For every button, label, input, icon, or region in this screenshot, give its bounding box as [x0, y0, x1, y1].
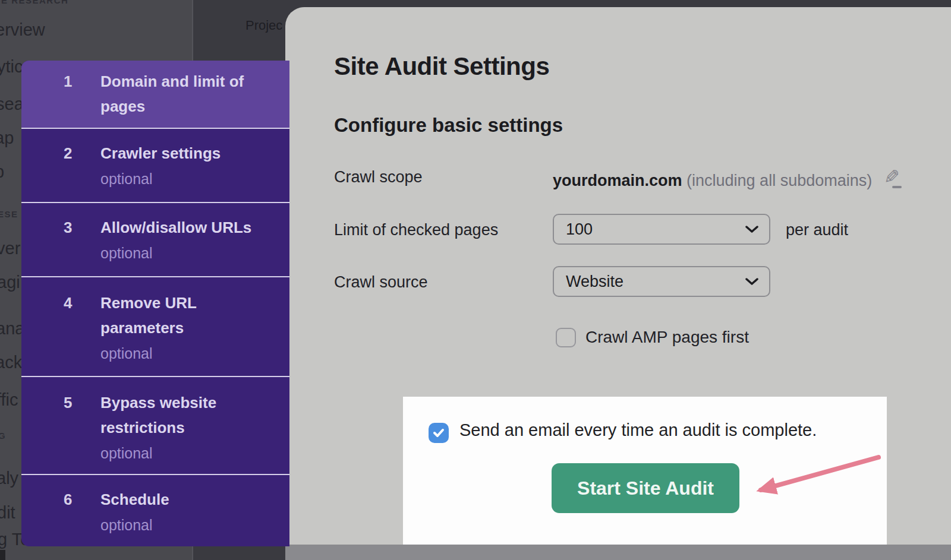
crawl-scope-label: Crawl scope	[334, 168, 423, 186]
step-title: Domain and limit of pages	[100, 72, 244, 115]
step-number: 3	[55, 215, 100, 276]
crawl-source-selected-value: Website	[566, 273, 623, 291]
section-heading: Configure basic settings	[334, 114, 563, 137]
check-icon	[432, 428, 445, 438]
limit-of-checked-pages-label: Limit of checked pages	[334, 221, 498, 239]
step-number: 4	[55, 290, 100, 376]
nav-fragment: G	[0, 431, 6, 441]
step-note: optional	[100, 169, 221, 188]
nav-fragment: p	[0, 162, 4, 182]
step-title: Remove URL parameters	[100, 294, 196, 337]
chevron-down-icon	[745, 278, 758, 286]
chevron-down-icon	[745, 226, 758, 233]
per-audit-label: per audit	[786, 221, 848, 239]
site-audit-settings-screen: E RESEARCH erview ytic sea ap p ESE ver …	[0, 0, 951, 560]
nav-fragment: E RESEARCH	[1, 0, 68, 5]
crawl-scope-domain: yourdomain.com	[553, 172, 682, 189]
nav-fragment: erview	[0, 20, 45, 40]
crawl-scope-note: (including all subdomains)	[687, 172, 872, 189]
nav-fragment: ack	[0, 353, 22, 372]
nav-fragment: ap	[0, 128, 14, 148]
step-number: 5	[55, 390, 100, 474]
projects-tab[interactable]: Projec	[245, 18, 282, 33]
step-title: Schedule	[100, 491, 169, 508]
nav-fragment: ffic	[0, 390, 18, 410]
step-bypass-website-restrictions[interactable]: 5 Bypass website restrictions optional	[21, 376, 289, 474]
bottom-page-strip	[285, 545, 951, 560]
modal-title: Site Audit Settings	[334, 52, 549, 81]
step-schedule[interactable]: 6 Schedule optional	[21, 474, 289, 546]
step-title: Allow/disallow URLs	[100, 219, 251, 236]
nav-fragment: aly	[0, 469, 18, 488]
bottom-left-fragment	[0, 550, 5, 560]
limit-of-checked-pages-select[interactable]: 100	[553, 214, 770, 245]
nav-fragment: ESE	[0, 209, 18, 219]
email-notification-label: Send an email every time an audit is com…	[459, 420, 817, 440]
step-note: optional	[100, 515, 169, 534]
crawl-source-label: Crawl source	[334, 273, 428, 292]
crawl-source-select[interactable]: Website	[553, 266, 770, 297]
step-number: 2	[55, 141, 100, 202]
step-allow-disallow-urls[interactable]: 3 Allow/disallow URLs optional	[21, 202, 289, 276]
step-crawler-settings[interactable]: 2 Crawler settings optional	[21, 128, 289, 202]
highlight-box: Send an email every time an audit is com…	[403, 397, 887, 545]
email-notification-checkbox[interactable]	[429, 423, 449, 443]
nav-fragment: agi	[0, 273, 20, 292]
nav-fragment: ytic	[0, 57, 23, 77]
step-domain-and-limit[interactable]: 1 Domain and limit of pages	[21, 61, 289, 128]
site-audit-settings-modal: Site Audit Settings Configure basic sett…	[285, 7, 951, 545]
crawl-scope-value: yourdomain.com (including all subdomains…	[553, 168, 905, 190]
pencil-icon[interactable]: ✎	[884, 168, 905, 189]
step-note: optional	[100, 444, 262, 463]
step-number: 6	[55, 487, 100, 546]
setup-steps-panel: 1 Domain and limit of pages 2 Crawler se…	[21, 61, 289, 546]
start-site-audit-button[interactable]: Start Site Audit	[552, 463, 739, 513]
step-remove-url-parameters[interactable]: 4 Remove URL parameters optional	[21, 276, 289, 376]
crawl-amp-label: Crawl AMP pages first	[585, 328, 749, 347]
step-note: optional	[100, 344, 262, 363]
step-number: 1	[55, 69, 100, 128]
step-title: Bypass website restrictions	[100, 394, 216, 436]
nav-fragment: ver	[0, 239, 20, 258]
crawl-amp-checkbox[interactable]	[556, 328, 576, 347]
nav-fragment: sea	[0, 94, 24, 114]
limit-selected-value: 100	[566, 220, 593, 239]
step-note: optional	[100, 243, 251, 262]
step-title: Crawler settings	[100, 144, 221, 162]
nav-fragment: dit	[0, 503, 15, 523]
